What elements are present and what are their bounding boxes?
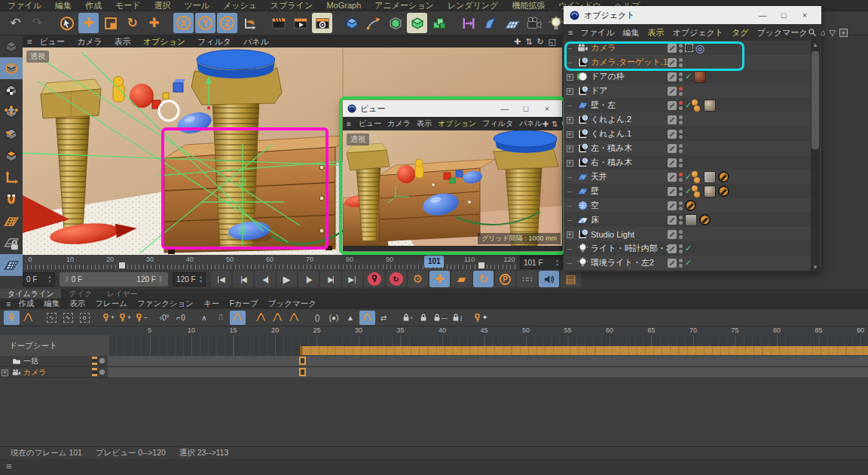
live-selection-button[interactable] xyxy=(57,13,77,33)
om-row-カメラ.ターゲット.1[interactable]: ─カメラ.ターゲット.1 xyxy=(564,55,811,69)
render-off-tag-icon[interactable] xyxy=(718,185,729,197)
track-solo-dot[interactable] xyxy=(99,369,105,375)
object-mode-button[interactable] xyxy=(0,57,23,79)
enabled-check-icon[interactable]: ✓ xyxy=(685,186,692,196)
texture-tag-beige[interactable] xyxy=(704,185,716,198)
visibility-dots[interactable] xyxy=(679,130,683,139)
object-label[interactable]: 壁・左 xyxy=(591,100,616,111)
tangent-spline-button[interactable] xyxy=(230,311,246,325)
track-header-一括[interactable]: 一括 xyxy=(0,356,108,366)
track-key-indicator[interactable] xyxy=(92,368,97,376)
object-label[interactable]: くれよん.1 xyxy=(591,128,631,139)
lock-tangent-length-button[interactable] xyxy=(416,311,432,325)
summary-keyrange-bar[interactable] xyxy=(300,346,868,355)
object-label[interactable]: 空 xyxy=(591,200,599,211)
coord-system-button[interactable] xyxy=(239,13,259,33)
object-label[interactable]: 左・積み木 xyxy=(591,142,632,154)
key-parameter-button[interactable]: P xyxy=(495,271,515,287)
mode-dopesheet-button[interactable] xyxy=(4,311,20,325)
last-tool-button[interactable]: ✚ xyxy=(144,13,164,33)
viewport-menu-icon[interactable]: ≡ xyxy=(27,37,32,46)
model-mode-button[interactable] xyxy=(0,35,23,57)
mode-fcurve-button[interactable] xyxy=(20,311,36,325)
track-label[interactable]: 一括 xyxy=(23,356,38,366)
app-menu-スプライン[interactable]: スプライン xyxy=(270,0,313,11)
target-tag-icon[interactable]: ◎ xyxy=(695,43,704,54)
om-row-カメラ[interactable]: ─カメラ◎ xyxy=(564,41,811,55)
ease-ease-button[interactable] xyxy=(286,311,302,325)
dopesheet-ruler[interactable]: 51015202530354045505560657075808590 xyxy=(0,326,868,336)
spinner-arrows-icon[interactable]: ▴▾ xyxy=(49,274,51,283)
quantize-rotation-button[interactable]: ‹0° xyxy=(157,311,173,325)
enable-toggle[interactable] xyxy=(668,44,677,53)
float-viewport[interactable]: 透視 グリッド間隔 : 1000 mm xyxy=(343,130,562,246)
enable-toggle[interactable] xyxy=(668,230,677,239)
region-loop-button[interactable]: ∿ xyxy=(44,311,60,325)
vp-menu-フィルタ[interactable]: フィルタ xyxy=(197,36,231,48)
tl-menu-フレーム[interactable]: フレーム xyxy=(95,299,127,309)
scroll-thumb[interactable] xyxy=(811,51,819,149)
home-icon[interactable]: ⌂ xyxy=(821,28,826,37)
preview-range-slider[interactable]: ‖ 0 F 120 F ‖ xyxy=(60,272,169,287)
edge-mode-button[interactable] xyxy=(0,123,23,145)
texture-tag-stone[interactable] xyxy=(704,171,716,183)
dopesheet-empty-area[interactable] xyxy=(0,378,868,446)
float-window-titlebar[interactable]: ビュー — □ × xyxy=(343,100,562,117)
visibility-dots[interactable] xyxy=(679,259,683,268)
move-tool-button[interactable]: ✚ xyxy=(78,13,99,33)
expand-icon[interactable]: + xyxy=(564,87,576,95)
lock-y-button[interactable]: Y xyxy=(195,13,215,33)
texture-tag-brown[interactable] xyxy=(694,71,706,83)
toggle-layout-icon[interactable]: ◱ xyxy=(549,37,556,47)
visibility-dots[interactable] xyxy=(679,244,683,253)
render-off-tag-icon[interactable] xyxy=(718,171,729,182)
om-titlebar[interactable]: オブジェクト — □ × xyxy=(564,6,821,24)
om-row-環境ライト・左2[interactable]: ─環境ライト・左2✓ xyxy=(564,256,811,270)
dolly-view-icon[interactable]: ⇅ xyxy=(552,120,558,128)
object-label[interactable]: Studio Light xyxy=(591,230,634,239)
status-menu-icon[interactable]: ≡ xyxy=(6,461,12,472)
goto-start-button[interactable]: |◀ xyxy=(211,271,231,287)
goto-next-key-button[interactable]: ▶| xyxy=(320,271,341,287)
lock-z-button[interactable]: Z xyxy=(217,13,237,33)
xpresso-tag-icon[interactable] xyxy=(694,100,700,112)
object-label[interactable]: ドア xyxy=(591,85,608,97)
vp-menu-ビュー[interactable]: ビュー xyxy=(39,36,65,48)
range-marker-113[interactable] xyxy=(478,262,484,268)
spinner-arrows-icon[interactable]: ▴▾ xyxy=(556,258,558,267)
goto-end-button[interactable]: ▶| xyxy=(342,271,362,287)
app-menu-選択[interactable]: 選択 xyxy=(154,0,171,11)
visibility-dots[interactable] xyxy=(679,58,683,67)
maximize-button[interactable]: □ xyxy=(773,11,794,20)
minimize-button[interactable]: — xyxy=(494,104,515,113)
om-scrollbar[interactable]: ▲ ▼ xyxy=(811,41,820,271)
record-options-button[interactable]: ⚙ xyxy=(408,271,428,287)
visibility-dots[interactable] xyxy=(679,173,683,182)
enable-toggle[interactable] xyxy=(668,58,677,67)
float-menu-フィルタ[interactable]: フィルタ xyxy=(482,118,513,129)
add-cube-button[interactable] xyxy=(341,13,362,33)
app-menu-編集[interactable]: 編集 xyxy=(55,0,72,11)
enabled-check-icon[interactable]: ✓ xyxy=(685,258,692,268)
render-to-picture-button[interactable] xyxy=(290,13,310,33)
tl-menu-作成[interactable]: 作成 xyxy=(18,299,34,309)
maximize-button[interactable]: □ xyxy=(515,104,536,113)
om-row-右・積み木[interactable]: +右・積み木 xyxy=(564,155,811,170)
om-row-くれよん.2[interactable]: +くれよん.2 xyxy=(564,112,811,127)
add-field-button[interactable] xyxy=(458,13,478,33)
app-menu-ファイル[interactable]: ファイル xyxy=(8,0,41,11)
om-menu-オブジェクト[interactable]: オブジェクト xyxy=(672,27,723,38)
key-position-button[interactable]: ✚ xyxy=(429,271,450,287)
visibility-dots[interactable] xyxy=(679,230,683,239)
region-wave-button[interactable]: ∿ xyxy=(60,311,76,325)
object-label[interactable]: カメラ.ターゲット.1 xyxy=(591,57,668,68)
app-menu-機能拡張[interactable]: 機能拡張 xyxy=(512,0,545,11)
om-row-天井[interactable]: ─天井✓ xyxy=(564,170,811,184)
key-delete-button[interactable]: − xyxy=(133,311,149,325)
add-environment-button[interactable] xyxy=(502,13,522,33)
app-menu-メッシュ[interactable]: メッシュ xyxy=(223,0,257,11)
clamp-button[interactable]: () xyxy=(310,311,326,325)
om-row-ドアの枠[interactable]: +ドアの枠✓ xyxy=(564,69,811,84)
goto-prev-key-button[interactable]: |◀ xyxy=(233,271,253,287)
app-menu-作成[interactable]: 作成 xyxy=(85,0,102,11)
